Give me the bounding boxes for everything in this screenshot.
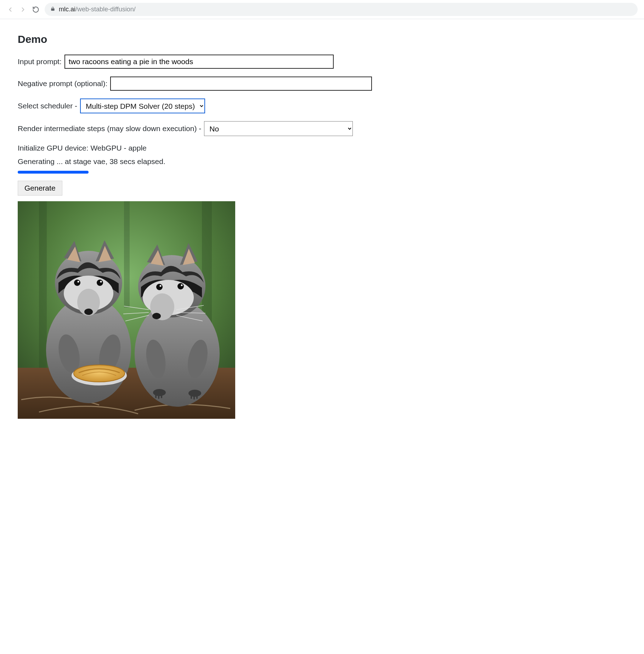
svg-point-36 <box>181 284 183 286</box>
svg-point-14 <box>74 280 80 286</box>
url-host: mlc.ai <box>59 6 75 13</box>
svg-rect-49 <box>161 392 162 398</box>
svg-point-16 <box>78 281 79 283</box>
lock-icon <box>50 6 55 13</box>
gpu-status: Initialize GPU device: WebGPU - apple <box>18 144 372 152</box>
svg-rect-51 <box>193 393 195 400</box>
back-button[interactable] <box>6 6 14 13</box>
scheduler-select[interactable]: Multi-step DPM Solver (20 steps) <box>80 98 205 113</box>
render-steps-row: Render intermediate steps (may slow down… <box>18 121 372 136</box>
url-path: /web-stable-diffusion/ <box>75 6 136 13</box>
svg-point-32 <box>152 313 161 319</box>
negative-prompt-label: Negative prompt (optional): <box>18 79 107 88</box>
scheduler-label: Select scheduler - <box>18 102 77 110</box>
svg-point-13 <box>84 309 93 315</box>
svg-point-34 <box>177 283 184 289</box>
url-text: mlc.ai/web-stable-diffusion/ <box>59 6 136 13</box>
input-prompt-label: Input prompt: <box>18 57 62 66</box>
svg-point-35 <box>160 285 162 287</box>
address-bar[interactable]: mlc.ai/web-stable-diffusion/ <box>45 3 638 16</box>
negative-prompt-field[interactable] <box>110 77 372 91</box>
svg-rect-4 <box>124 201 130 308</box>
render-steps-label: Render intermediate steps (may slow down… <box>18 124 201 133</box>
generation-status: Generating ... at stage vae, 38 secs ela… <box>18 157 372 166</box>
page-content: Demo Input prompt: Negative prompt (opti… <box>0 19 390 429</box>
svg-point-17 <box>100 281 102 283</box>
render-steps-select[interactable]: No <box>204 121 353 136</box>
page-title: Demo <box>18 33 372 45</box>
generate-button[interactable]: Generate <box>18 181 62 196</box>
svg-rect-2 <box>39 201 47 368</box>
svg-rect-52 <box>196 393 198 399</box>
input-prompt-field[interactable] <box>64 55 334 69</box>
negative-prompt-row: Negative prompt (optional): <box>18 77 372 91</box>
svg-rect-48 <box>158 392 159 399</box>
svg-point-15 <box>97 280 103 286</box>
svg-rect-47 <box>155 392 157 398</box>
reload-button[interactable] <box>32 6 40 13</box>
input-prompt-row: Input prompt: <box>18 55 372 69</box>
svg-point-23 <box>74 365 125 382</box>
progress-bar-track <box>18 171 372 174</box>
forward-button[interactable] <box>19 6 27 13</box>
generated-image <box>18 201 235 419</box>
svg-rect-50 <box>191 393 192 399</box>
svg-point-33 <box>156 284 163 290</box>
progress-bar-fill <box>18 171 89 174</box>
browser-toolbar: mlc.ai/web-stable-diffusion/ <box>0 0 644 19</box>
scheduler-row: Select scheduler - Multi-step DPM Solver… <box>18 98 372 113</box>
